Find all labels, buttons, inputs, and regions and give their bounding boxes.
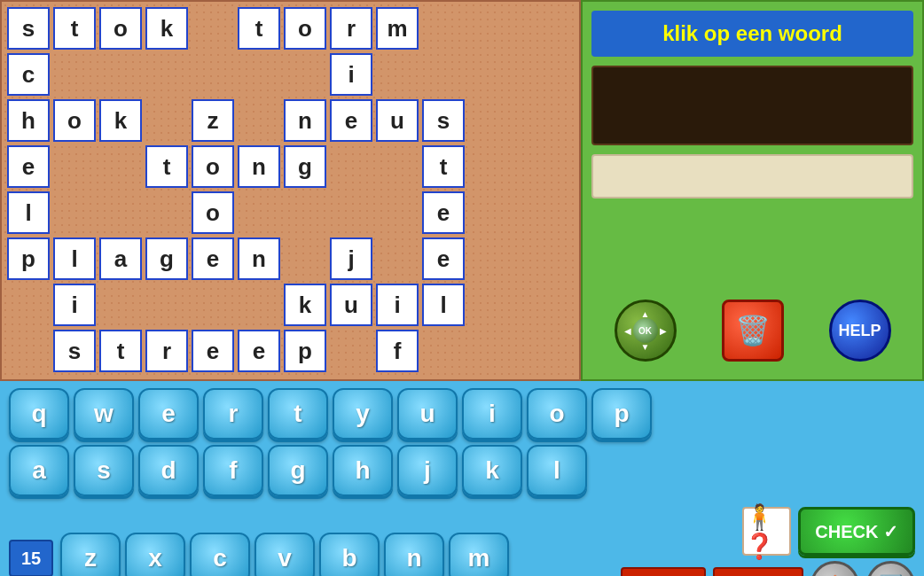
help-button[interactable]: HELP bbox=[829, 300, 891, 362]
crossword-cell[interactable]: k bbox=[145, 7, 188, 50]
keyboard-key-i[interactable]: i bbox=[462, 388, 522, 440]
crossword-cell[interactable]: n bbox=[284, 99, 326, 142]
dark-display bbox=[591, 66, 913, 145]
ok-label: OK bbox=[633, 318, 658, 343]
azerty-button[interactable]: AZERTY bbox=[621, 567, 706, 577]
check-button[interactable]: CHECK ✓ bbox=[798, 507, 915, 556]
panel-buttons: ▲ ▼ ◀ ▶ OK 🗑️ HELP bbox=[591, 291, 913, 370]
crossword-cell[interactable]: o bbox=[192, 191, 234, 234]
keyboard-key-a[interactable]: a bbox=[9, 445, 69, 496]
crossword-cell[interactable]: l bbox=[7, 191, 50, 234]
light-display bbox=[591, 154, 913, 198]
keyboard-key-e[interactable]: e bbox=[138, 388, 199, 440]
word-prompt[interactable]: klik op een woord bbox=[591, 11, 913, 57]
crossword-cell[interactable]: p bbox=[7, 237, 50, 280]
crossword-cell[interactable]: f bbox=[376, 330, 419, 372]
keyboard-key-j[interactable]: j bbox=[397, 445, 458, 496]
crossword-cell[interactable]: l bbox=[53, 237, 96, 280]
keyboard-key-v[interactable]: v bbox=[254, 533, 315, 576]
keyboard-key-n[interactable]: n bbox=[384, 533, 444, 576]
bottom-controls-row: 15 zxcvbnm 🧍❓ CHECK ✓ AZERTY QWERTY 🏠 🔄 bbox=[9, 507, 915, 576]
crossword-cell[interactable]: j bbox=[330, 237, 372, 280]
crossword-cell[interactable]: i bbox=[53, 284, 96, 326]
crossword-cell[interactable]: e bbox=[330, 99, 372, 142]
keyboard-key-p[interactable]: p bbox=[591, 388, 652, 440]
crossword-cell[interactable]: e bbox=[422, 237, 465, 280]
keyboard-key-z[interactable]: z bbox=[60, 533, 121, 576]
crossword-cell[interactable]: t bbox=[422, 145, 465, 188]
keyboard-key-f[interactable]: f bbox=[203, 445, 263, 496]
keyboard-key-g[interactable]: g bbox=[268, 445, 328, 496]
crossword-cell[interactable]: a bbox=[99, 237, 142, 280]
counter-display: 15 bbox=[9, 540, 53, 576]
crossword-cell[interactable]: n bbox=[238, 237, 280, 280]
crossword-cell[interactable]: o bbox=[192, 145, 234, 188]
crossword-area: stoktormcihokzneusetongtloeplagenjeikuil… bbox=[0, 0, 581, 381]
crossword-cell[interactable]: i bbox=[376, 284, 419, 326]
keyboard-key-k[interactable]: k bbox=[462, 445, 522, 496]
keyboard-key-s[interactable]: s bbox=[74, 445, 134, 496]
crossword-cell[interactable]: o bbox=[284, 7, 326, 50]
keyboard-key-l[interactable]: l bbox=[527, 445, 587, 496]
keyboard-key-o[interactable]: o bbox=[527, 388, 587, 440]
crossword-cell[interactable]: r bbox=[145, 330, 188, 372]
keyboard-key-c[interactable]: c bbox=[190, 533, 250, 576]
crossword-cell[interactable]: h bbox=[7, 99, 50, 142]
right-bottom-controls: 🧍❓ CHECK ✓ AZERTY QWERTY 🏠 🔄 bbox=[621, 507, 915, 576]
keyboard-key-h[interactable]: h bbox=[333, 445, 393, 496]
crossword-cell[interactable]: e bbox=[7, 145, 50, 188]
keyboard-key-q[interactable]: q bbox=[9, 388, 69, 440]
crossword-cell[interactable]: s bbox=[422, 99, 465, 142]
crossword-cell[interactable]: s bbox=[53, 330, 96, 372]
crossword-cell[interactable]: k bbox=[99, 99, 142, 142]
nav-button[interactable]: ▲ ▼ ◀ ▶ OK bbox=[615, 300, 677, 362]
keyboard-key-w[interactable]: w bbox=[74, 388, 134, 440]
crossword-cell[interactable]: s bbox=[7, 7, 50, 50]
crossword-cell[interactable]: t bbox=[145, 145, 188, 188]
right-panel: klik op een woord ▲ ▼ ◀ ▶ OK 🗑️ HELP bbox=[581, 0, 924, 381]
delete-button[interactable]: 🗑️ bbox=[722, 300, 784, 362]
keyboard-key-r[interactable]: r bbox=[203, 388, 263, 440]
keyboard-key-t[interactable]: t bbox=[268, 388, 328, 440]
keyboard-key-y[interactable]: y bbox=[333, 388, 393, 440]
keyboard-rows: qwertyuiop asdfghjkl bbox=[9, 388, 915, 502]
crossword-cell[interactable]: c bbox=[7, 53, 50, 96]
hint-figure: 🧍❓ bbox=[742, 507, 791, 556]
crossword-cell[interactable]: o bbox=[99, 7, 142, 50]
crossword-cell[interactable]: e bbox=[238, 330, 280, 372]
keyboard-key-u[interactable]: u bbox=[397, 388, 458, 440]
keyboard-key-x[interactable]: x bbox=[125, 533, 185, 576]
bottom-section: qwertyuiop asdfghjkl 15 zxcvbnm 🧍❓ CHECK… bbox=[0, 381, 924, 576]
help-label: HELP bbox=[838, 322, 881, 340]
keyboard-row-3-keys: zxcvbnm bbox=[60, 533, 509, 576]
crossword-cell[interactable]: r bbox=[330, 7, 372, 50]
crossword-cell[interactable]: m bbox=[376, 7, 419, 50]
crossword-cell[interactable]: u bbox=[376, 99, 419, 142]
crossword-cell[interactable]: i bbox=[330, 53, 372, 96]
crossword-cell[interactable]: l bbox=[422, 284, 465, 326]
trash-icon: 🗑️ bbox=[735, 314, 771, 347]
home-button[interactable]: 🏠 bbox=[810, 561, 859, 576]
crossword-cell[interactable]: u bbox=[330, 284, 372, 326]
crossword-cell[interactable]: g bbox=[284, 145, 326, 188]
crossword-cell[interactable]: n bbox=[238, 145, 280, 188]
crossword-cell[interactable]: o bbox=[53, 99, 96, 142]
qwerty-button[interactable]: QWERTY bbox=[713, 567, 803, 577]
crossword-cell[interactable]: e bbox=[422, 191, 465, 234]
refresh-button[interactable]: 🔄 bbox=[866, 561, 915, 576]
crossword-cell[interactable]: e bbox=[192, 330, 234, 372]
hint-icon: 🧍❓ bbox=[744, 502, 789, 561]
crossword-cell[interactable]: t bbox=[53, 7, 96, 50]
crossword-cell[interactable]: t bbox=[238, 7, 280, 50]
nav-row: AZERTY QWERTY 🏠 🔄 bbox=[621, 561, 915, 576]
crossword-cell[interactable]: g bbox=[145, 237, 188, 280]
keyboard-key-d[interactable]: d bbox=[138, 445, 199, 496]
crossword-cell[interactable]: k bbox=[284, 284, 326, 326]
crossword-cell[interactable]: e bbox=[192, 237, 234, 280]
keyboard-row-2: asdfghjkl bbox=[9, 445, 915, 496]
keyboard-key-m[interactable]: m bbox=[449, 533, 509, 576]
crossword-cell[interactable]: z bbox=[192, 99, 234, 142]
crossword-cell[interactable]: t bbox=[99, 330, 142, 372]
keyboard-key-b[interactable]: b bbox=[319, 533, 380, 576]
crossword-cell[interactable]: p bbox=[284, 330, 326, 372]
